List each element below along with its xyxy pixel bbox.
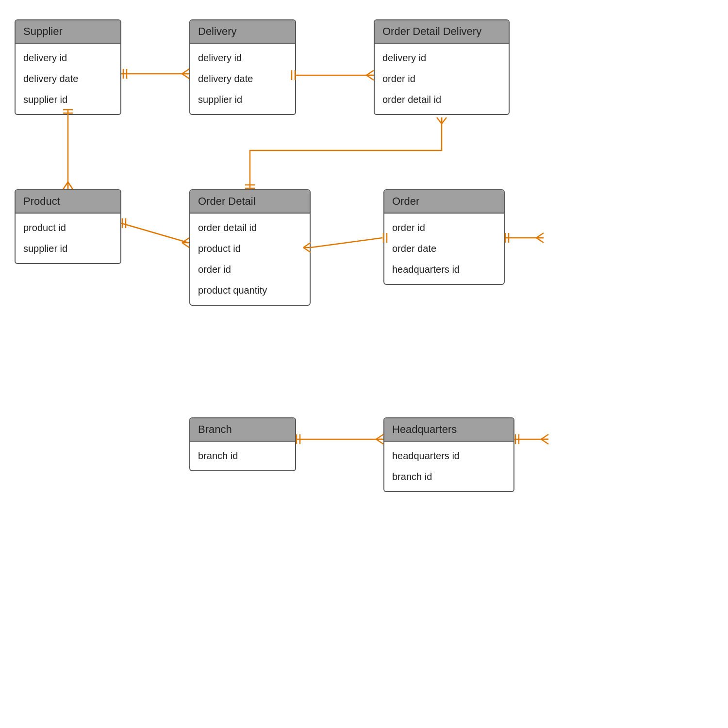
table-delivery: Delivery delivery id delivery date suppl… — [189, 19, 296, 115]
svg-line-25 — [366, 70, 374, 75]
table-branch-header: Branch — [190, 418, 295, 442]
table-row: order detail id — [375, 89, 509, 110]
table-row: supplier id — [16, 238, 120, 259]
svg-line-61 — [541, 439, 548, 444]
connector-orderdetail-order — [311, 238, 382, 248]
table-order-body: order id order date headquarters id — [384, 214, 504, 284]
svg-line-36 — [182, 243, 189, 248]
table-row: delivery id — [375, 48, 509, 68]
svg-line-60 — [541, 434, 548, 439]
table-product-body: product id supplier id — [16, 214, 120, 263]
svg-line-35 — [182, 238, 189, 243]
table-row: order id — [190, 259, 310, 280]
table-branch: Branch branch id — [189, 417, 296, 471]
table-row: product quantity — [190, 280, 310, 301]
table-delivery-body: delivery id delivery date supplier id — [190, 44, 295, 114]
table-row: delivery date — [190, 68, 295, 89]
svg-line-31 — [68, 182, 73, 189]
table-row: order id — [375, 68, 509, 89]
table-headquarters-body: headquarters id branch id — [384, 442, 513, 491]
table-row: branch id — [384, 466, 513, 487]
table-row: order detail id — [190, 217, 310, 238]
svg-line-55 — [376, 434, 383, 439]
connector-odd-orderdetail — [250, 117, 442, 188]
svg-line-26 — [366, 75, 374, 80]
table-product-header: Product — [16, 190, 120, 214]
table-row: delivery date — [16, 68, 120, 89]
svg-line-43 — [437, 117, 442, 124]
table-order-detail-header: Order Detail — [190, 190, 310, 214]
svg-line-56 — [376, 439, 383, 444]
table-row: order date — [384, 238, 504, 259]
svg-line-21 — [182, 74, 189, 79]
table-row: product id — [190, 238, 310, 259]
table-order-detail-delivery-header: Order Detail Delivery — [375, 20, 509, 44]
table-row: branch id — [190, 446, 295, 466]
table-row: supplier id — [190, 89, 295, 110]
table-supplier-header: Supplier — [16, 20, 120, 44]
table-headquarters-header: Headquarters — [384, 418, 513, 442]
table-order-detail-body: order detail id product id order id prod… — [190, 214, 310, 305]
svg-line-50 — [536, 233, 544, 238]
table-branch-body: branch id — [190, 442, 295, 470]
table-row: product id — [16, 217, 120, 238]
table-row: delivery id — [190, 48, 295, 68]
table-row: headquarters id — [384, 446, 513, 466]
table-order: Order order id order date headquarters i… — [383, 189, 505, 285]
table-supplier-body: delivery id delivery date supplier id — [16, 44, 120, 114]
svg-line-51 — [536, 238, 544, 243]
table-order-header: Order — [384, 190, 504, 214]
svg-line-44 — [442, 117, 447, 124]
diagram-container: Supplier delivery id delivery date suppl… — [0, 0, 728, 728]
connector-product-orderdetail — [121, 223, 188, 243]
table-supplier: Supplier delivery id delivery date suppl… — [15, 19, 121, 115]
table-row: delivery id — [16, 48, 120, 68]
table-row: headquarters id — [384, 259, 504, 280]
table-headquarters: Headquarters headquarters id branch id — [383, 417, 514, 492]
table-order-detail: Order Detail order detail id product id … — [189, 189, 311, 306]
table-order-detail-delivery: Order Detail Delivery delivery id order … — [374, 19, 510, 115]
table-row: order id — [384, 217, 504, 238]
svg-line-20 — [182, 69, 189, 74]
table-product: Product product id supplier id — [15, 189, 121, 264]
table-row: supplier id — [16, 89, 120, 110]
table-order-detail-delivery-body: delivery id order id order detail id — [375, 44, 509, 114]
table-delivery-header: Delivery — [190, 20, 295, 44]
svg-line-30 — [63, 182, 68, 189]
